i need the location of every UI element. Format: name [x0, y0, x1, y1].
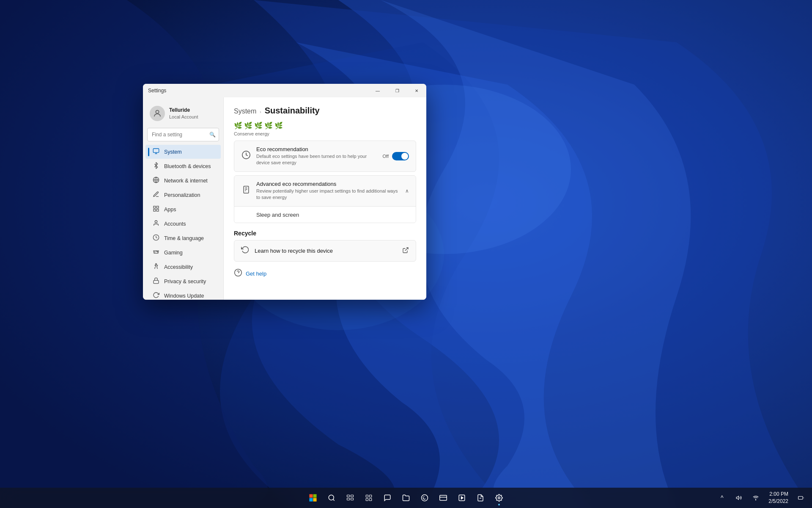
systray-network[interactable] — [748, 492, 763, 504]
taskbar-search-button[interactable] — [323, 489, 340, 506]
recycle-text: Learn how to recycle this device — [255, 248, 397, 254]
svg-rect-40 — [370, 499, 372, 501]
svg-rect-42 — [440, 495, 447, 500]
svg-marker-48 — [736, 496, 738, 500]
svg-point-41 — [422, 495, 428, 501]
svg-rect-36 — [351, 498, 354, 500]
close-button[interactable]: ✕ — [407, 84, 426, 97]
speaker-icon — [735, 494, 743, 502]
svg-rect-10 — [156, 209, 159, 211]
advanced-eco-header[interactable]: Advanced eco recommendations Review pote… — [234, 176, 416, 206]
user-section[interactable]: Telluride Local Account — [143, 101, 223, 126]
eco-recommendation-row: Eco recommendation Default eco settings … — [234, 141, 416, 171]
toggle-label: Off — [383, 154, 389, 159]
advanced-eco-card: Advanced eco recommendations Review pote… — [234, 175, 416, 223]
windows-update-icon — [152, 292, 160, 300]
sidebar-label-accounts: Accounts — [164, 221, 186, 227]
sleep-screen-link[interactable]: Sleep and screen — [256, 212, 299, 218]
eco-rec-title: Eco recommendation — [256, 146, 378, 152]
task-view-button[interactable] — [342, 489, 359, 506]
taskbar-clock[interactable]: 2:00 PM 2/5/2022 — [765, 489, 792, 507]
svg-point-3 — [156, 110, 159, 113]
leaf-icon-5: 🌿 — [274, 121, 283, 130]
breadcrumb-parent[interactable]: System — [234, 108, 256, 115]
user-name: Telluride — [169, 107, 217, 114]
notes-button[interactable] — [472, 489, 489, 506]
restore-button[interactable]: ❐ — [387, 84, 407, 97]
user-info: Telluride Local Account — [169, 107, 217, 120]
sidebar-label-bluetooth: Bluetooth & devices — [164, 163, 211, 169]
file-explorer-button[interactable] — [398, 489, 414, 506]
external-link-icon[interactable] — [402, 247, 409, 255]
svg-point-18 — [156, 263, 157, 265]
svg-rect-19 — [154, 280, 159, 283]
taskbar: ^ 2:00 PM 2/5/2022 — [0, 488, 812, 508]
sidebar-label-accessibility: Accessibility — [164, 264, 193, 270]
sidebar-item-personalization[interactable]: Personalization — [145, 188, 221, 202]
svg-point-47 — [498, 497, 500, 499]
minimize-button[interactable]: — — [368, 84, 387, 97]
avatar — [150, 106, 165, 121]
bluetooth-icon — [152, 162, 160, 170]
leaf-icon-1: 🌿 — [234, 121, 242, 130]
edge-button[interactable] — [416, 489, 433, 506]
svg-rect-8 — [154, 206, 156, 208]
get-help-row[interactable]: Get help — [234, 268, 416, 279]
get-help-text[interactable]: Get help — [246, 271, 266, 277]
advanced-eco-title: Advanced eco recommendations — [256, 181, 400, 187]
taskbar-settings-button[interactable] — [491, 489, 508, 506]
svg-rect-27 — [309, 494, 313, 497]
sidebar-item-accessibility[interactable]: Accessibility — [145, 260, 221, 274]
eco-rec-desc: Default eco settings have been turned on… — [256, 153, 378, 166]
systray-speaker[interactable] — [731, 492, 746, 504]
taskbar-center — [304, 489, 508, 506]
accounts-icon — [152, 220, 160, 228]
sidebar-item-gaming[interactable]: Gaming — [145, 246, 221, 260]
systray-battery[interactable] — [793, 492, 809, 504]
svg-rect-28 — [313, 494, 316, 497]
conserve-label: Conserve energy — [234, 131, 416, 136]
media-player-button[interactable] — [453, 489, 470, 506]
sidebar-item-time[interactable]: Time & language — [145, 231, 221, 245]
systray-overflow[interactable]: ^ — [714, 492, 730, 504]
search-input[interactable] — [147, 128, 219, 141]
widgets-button[interactable] — [360, 489, 377, 506]
svg-rect-39 — [366, 499, 368, 501]
eco-rec-control: Off — [383, 152, 409, 160]
clock-time: 2:00 PM — [768, 491, 788, 498]
sidebar-item-windowsupdate[interactable]: Windows Update — [145, 289, 221, 300]
eco-toggle[interactable] — [392, 152, 409, 160]
wallet-button[interactable] — [435, 489, 452, 506]
sidebar-item-bluetooth[interactable]: Bluetooth & devices — [145, 159, 221, 173]
window-title: Settings — [148, 88, 166, 94]
sidebar-item-network[interactable]: Network & internet — [145, 174, 221, 188]
search-box: 🔍 — [147, 128, 219, 141]
breadcrumb-separator: › — [260, 110, 261, 114]
leaf-icon-3: 🌿 — [254, 121, 263, 130]
svg-rect-9 — [156, 206, 159, 208]
sidebar-item-privacy[interactable]: Privacy & security — [145, 274, 221, 288]
sidebar-label-gaming: Gaming — [164, 250, 183, 256]
leaf-icons: 🌿 🌿 🌿 🌿 🌿 — [234, 121, 416, 130]
sidebar-item-accounts[interactable]: Accounts — [145, 217, 221, 231]
recycle-row[interactable]: Learn how to recycle this device — [234, 240, 416, 262]
svg-point-31 — [329, 495, 334, 500]
sidebar-item-system[interactable]: System — [145, 145, 221, 159]
get-help-icon — [234, 268, 242, 279]
accessibility-icon — [152, 263, 160, 271]
svg-rect-38 — [370, 495, 372, 497]
user-account-type: Local Account — [169, 114, 217, 120]
apps-icon — [152, 205, 160, 213]
network-icon — [152, 177, 160, 185]
chevron-up-icon: ^ — [718, 494, 726, 502]
title-bar: Settings — ❐ ✕ — [143, 84, 426, 97]
chat-button[interactable] — [379, 489, 396, 506]
sidebar-item-apps[interactable]: Apps — [145, 202, 221, 216]
battery-icon — [797, 494, 805, 502]
advanced-eco-content: Sleep and screen — [234, 206, 416, 223]
advanced-eco-desc: Review potentially higher user impact se… — [256, 188, 400, 201]
sidebar-label-system: System — [164, 149, 182, 155]
start-button[interactable] — [304, 489, 321, 506]
eco-recommendation-card: Eco recommendation Default eco settings … — [234, 141, 416, 172]
sidebar-label-privacy: Privacy & security — [164, 279, 206, 284]
